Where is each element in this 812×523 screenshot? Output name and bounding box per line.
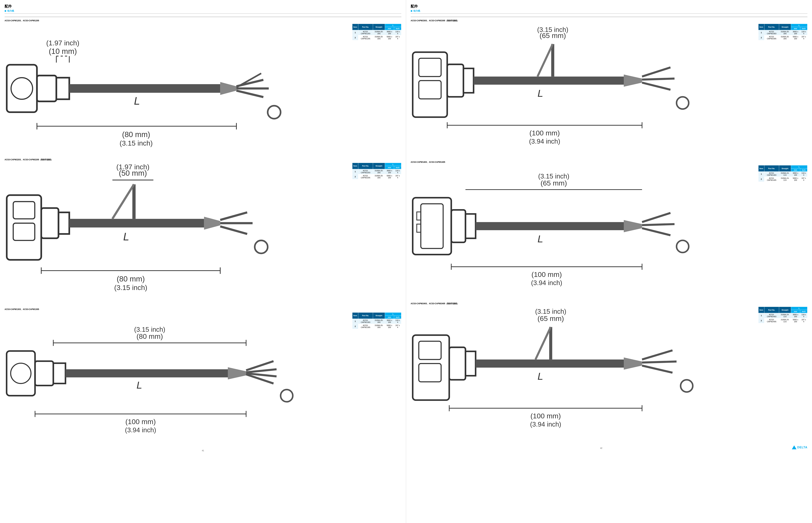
product-content-3: (80 mm) (3.15 inch) (100 mm) (3.94 inch)… xyxy=(5,312,401,445)
svg-line-95 xyxy=(642,213,670,222)
svg-text:(10 mm): (10 mm) xyxy=(49,47,77,55)
th-l-3: L xyxy=(385,312,401,315)
td-straight: 3106A-24-11S xyxy=(779,177,791,182)
svg-rect-92 xyxy=(465,214,476,238)
td-item: 2 xyxy=(758,177,764,182)
svg-line-118 xyxy=(642,362,677,362)
svg-line-115 xyxy=(536,327,551,359)
spec-table-6: Item Part No. Straight L mm inch xyxy=(758,307,807,323)
diagram-3: (80 mm) (3.15 inch) (100 mm) (3.94 inch)… xyxy=(5,312,350,445)
td-inch: 118 ± 4 xyxy=(800,313,807,318)
product-title-1: ACS3-CAPW1203、ACS3-CAPW1205 xyxy=(5,19,401,22)
svg-line-73 xyxy=(537,44,553,76)
left-page-number: 41 xyxy=(5,450,401,452)
svg-point-34 xyxy=(255,240,267,253)
table-area-5: Item Part No. Straight L mm inch xyxy=(758,165,807,182)
right-divider xyxy=(411,17,807,17)
product-block-6: ACS3-CAPW2403、ACS3-CAPW2405（附刹车接线） xyxy=(411,302,807,439)
product-title-5: ACS3-CAPW1403、ACS3-CAPW1405 xyxy=(411,161,807,164)
td-straight: 3106A-20-18S xyxy=(373,30,385,35)
product-block-3: ACS3-CAPW1303、ACS3-CAPW1305 xyxy=(5,308,401,445)
diagram-4: (65 mm) (3.15 inch) (100 mm) (3.94 inch)… xyxy=(411,24,756,156)
svg-rect-88 xyxy=(421,204,443,249)
td-mm: 5000 ± 100 xyxy=(791,318,800,323)
td-inch: 118 ± 4 xyxy=(800,30,807,35)
svg-point-54 xyxy=(280,390,293,402)
svg-point-10 xyxy=(267,106,280,119)
left-title-zh: 配件 xyxy=(5,4,401,9)
diagram-2: (50 mm) (1.97 inch) (80 mm) (3.15 inch) … xyxy=(5,163,350,303)
diagram-6: (65 mm) (3.15 inch) (100 mm) (3.94 inch)… xyxy=(411,307,756,439)
table-row: 1 ACS3-CAPW2203 3106A-20-18S 3000 ± 100 … xyxy=(352,169,401,174)
td-inch: 118 ± 4 xyxy=(394,319,401,324)
svg-text:(100 mm): (100 mm) xyxy=(530,129,560,137)
th-straight-4: Straight xyxy=(779,24,791,30)
svg-line-50 xyxy=(246,361,274,370)
svg-line-76 xyxy=(642,78,675,79)
td-straight: 3106A-20-18S xyxy=(779,35,791,40)
product-content-5: (65 mm) (3.15 inch) (100 mm) (3.94 inch)… xyxy=(411,165,807,298)
right-page: 配件 动力线 ACS3-CAPW2303、ACS3-CAPW2305（附刹车接线… xyxy=(406,0,812,523)
product-title-4: ACS3-CAPW2303、ACS3-CAPW2305（附刹车接线） xyxy=(411,19,807,22)
th-mm-6: mm xyxy=(791,310,800,313)
table-row: 1 ACS3-CAPW2403 3106A-24-11S 3000 ± 100 … xyxy=(758,313,807,318)
svg-text:L: L xyxy=(537,371,543,382)
svg-text:(80 mm): (80 mm) xyxy=(122,130,150,139)
td-partno: ACS3-CAPW1405 xyxy=(764,177,779,182)
svg-rect-91 xyxy=(451,210,465,242)
td-mm: 3000 ± 100 xyxy=(791,30,800,35)
svg-rect-109 xyxy=(419,341,441,360)
svg-rect-47 xyxy=(53,363,66,383)
table-row: 2 ACS3-CAPW1405 3106A-24-11S 5000 ± 100 … xyxy=(758,177,807,182)
td-item: 2 xyxy=(758,35,764,40)
product-block-2: ACS3-CAPW2203、ACS3-CAPW2205（附刹车接线） xyxy=(5,158,401,303)
svg-line-97 xyxy=(642,228,670,235)
svg-rect-3 xyxy=(56,78,69,99)
th-inch-3: inch xyxy=(394,315,401,319)
product-content-2: (50 mm) (1.97 inch) (80 mm) (3.15 inch) … xyxy=(5,163,401,303)
svg-text:L: L xyxy=(136,379,142,391)
th-inch-1: inch xyxy=(394,27,401,30)
td-inch: 118 ± 4 xyxy=(394,30,401,35)
spec-table-4: Item Part No. Straight L mm inch xyxy=(758,24,807,40)
left-page: 配件 动力线 ACS3-CAPW1203、ACS3-CAPW1205 xyxy=(0,0,406,523)
th-inch-2: inch xyxy=(394,166,401,169)
th-mm-5: mm xyxy=(791,168,800,172)
th-inch-6: inch xyxy=(800,310,807,313)
svg-line-29 xyxy=(112,184,134,219)
svg-marker-74 xyxy=(624,74,642,87)
svg-rect-67 xyxy=(419,58,441,77)
th-straight-2: Straight xyxy=(373,163,385,169)
right-subtitle: 动力线 xyxy=(411,10,807,14)
table-row: 1 ACS3-CAPW1303 3106A-20-18S 3000 ± 100 … xyxy=(352,319,401,324)
spec-table-2: Item Part No. Straight L mm inch xyxy=(352,163,401,179)
svg-text:(65 mm): (65 mm) xyxy=(537,314,564,322)
right-title-zh: 配件 xyxy=(411,4,807,9)
svg-rect-90 xyxy=(417,224,421,232)
svg-point-98 xyxy=(677,240,688,252)
td-item: 1 xyxy=(758,172,764,177)
td-partno: ACS3-CAPW2305 xyxy=(764,35,779,40)
th-inch-4: inch xyxy=(800,27,807,30)
svg-line-96 xyxy=(642,224,675,225)
svg-text:(65 mm): (65 mm) xyxy=(540,179,567,187)
diagram-svg-2: (50 mm) (1.97 inch) (80 mm) (3.15 inch) … xyxy=(5,163,350,303)
td-inch: 197 ± 4 xyxy=(394,324,401,329)
td-item: 2 xyxy=(352,35,358,40)
bullet-dot-left xyxy=(5,10,6,12)
right-page-number: 42 xyxy=(411,447,792,449)
td-partno: ACS3-CAPW2405 xyxy=(764,318,779,323)
th-l-2: L xyxy=(385,163,401,166)
td-inch: 118 ± 4 xyxy=(800,172,807,177)
th-mm-2: mm xyxy=(385,166,394,169)
spec-table-1: Item Part No. Straight L mm inch xyxy=(352,24,401,40)
svg-text:(100 mm): (100 mm) xyxy=(125,418,156,426)
th-item-4: Item xyxy=(758,24,764,30)
td-inch: 118 ± 4 xyxy=(394,169,401,174)
svg-rect-2 xyxy=(37,75,56,101)
diagram-5: (65 mm) (3.15 inch) (100 mm) (3.94 inch)… xyxy=(411,165,756,298)
delta-logo: DELTA xyxy=(792,445,807,449)
left-subtitle-text: 动力线 xyxy=(7,10,14,13)
svg-rect-70 xyxy=(463,69,474,93)
product-title-6: ACS3-CAPW2403、ACS3-CAPW2405（附刹车接线） xyxy=(411,302,807,305)
